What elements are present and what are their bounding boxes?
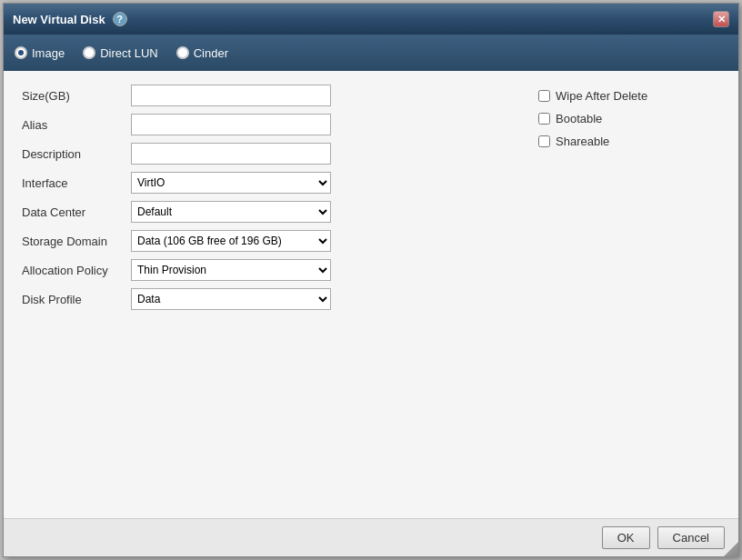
bootable-label: Bootable <box>556 112 602 125</box>
alias-row: Alias <box>22 114 511 135</box>
close-button[interactable]: ✕ <box>713 11 729 27</box>
data-center-select[interactable]: Default <box>131 201 331 223</box>
tab-direct-lun[interactable]: Direct LUN <box>83 46 158 60</box>
tab-cinder-radio[interactable] <box>176 46 189 59</box>
bootable-row: Bootable <box>538 112 720 125</box>
bootable-checkbox[interactable] <box>538 113 550 125</box>
form-section: Size(GB) Alias Description Interface Vir… <box>22 85 511 505</box>
tab-image-label: Image <box>32 46 65 60</box>
wipe-after-delete-checkbox[interactable] <box>538 90 550 102</box>
cancel-button[interactable]: Cancel <box>657 526 725 549</box>
new-virtual-disk-dialog: New Virtual Disk ? ✕ Image Direct LUN Ci… <box>3 3 739 557</box>
content-area: Size(GB) Alias Description Interface Vir… <box>4 71 738 518</box>
storage-domain-row: Storage Domain Data (106 GB free of 196 … <box>22 230 511 252</box>
description-input[interactable] <box>131 143 331 165</box>
allocation-policy-row: Allocation Policy Thin Provision Preallo… <box>22 259 511 281</box>
wipe-after-delete-label: Wipe After Delete <box>556 89 647 103</box>
allocation-policy-select[interactable]: Thin Provision Preallocated <box>131 259 331 281</box>
tab-cinder-label: Cinder <box>194 46 228 60</box>
tab-bar: Image Direct LUN Cinder <box>4 35 738 71</box>
size-label: Size(GB) <box>22 89 131 103</box>
dialog-title: New Virtual Disk <box>13 13 105 26</box>
checkbox-section: Wipe After Delete Bootable Shareable <box>538 85 720 505</box>
alias-input[interactable] <box>131 114 331 135</box>
help-icon[interactable]: ? <box>113 12 127 26</box>
size-input[interactable] <box>131 85 331 106</box>
data-center-row: Data Center Default <box>22 201 511 223</box>
size-row: Size(GB) <box>22 85 511 106</box>
tab-image[interactable]: Image <box>15 46 65 60</box>
allocation-policy-label: Allocation Policy <box>22 264 131 277</box>
interface-select[interactable]: VirtIO IDE <box>131 172 331 194</box>
tab-cinder[interactable]: Cinder <box>176 46 228 60</box>
interface-row: Interface VirtIO IDE <box>22 172 511 194</box>
tab-direct-lun-radio[interactable] <box>83 46 95 59</box>
description-label: Description <box>22 147 131 161</box>
title-bar: New Virtual Disk ? ✕ <box>4 4 738 35</box>
footer-bar: OK Cancel <box>4 518 738 556</box>
data-center-label: Data Center <box>22 205 131 219</box>
wipe-after-delete-row: Wipe After Delete <box>538 89 720 103</box>
shareable-checkbox[interactable] <box>538 135 550 147</box>
ok-button[interactable]: OK <box>602 526 650 549</box>
disk-profile-select[interactable]: Data <box>131 288 331 310</box>
shareable-label: Shareable <box>556 135 609 148</box>
tab-image-radio[interactable] <box>15 46 27 59</box>
description-row: Description <box>22 143 511 165</box>
storage-domain-select[interactable]: Data (106 GB free of 196 GB) <box>131 230 331 252</box>
storage-domain-label: Storage Domain <box>22 235 131 248</box>
disk-profile-row: Disk Profile Data <box>22 288 511 310</box>
interface-label: Interface <box>22 176 131 190</box>
shareable-row: Shareable <box>538 135 720 148</box>
tab-direct-lun-label: Direct LUN <box>100 46 158 60</box>
alias-label: Alias <box>22 118 131 132</box>
disk-profile-label: Disk Profile <box>22 293 131 306</box>
